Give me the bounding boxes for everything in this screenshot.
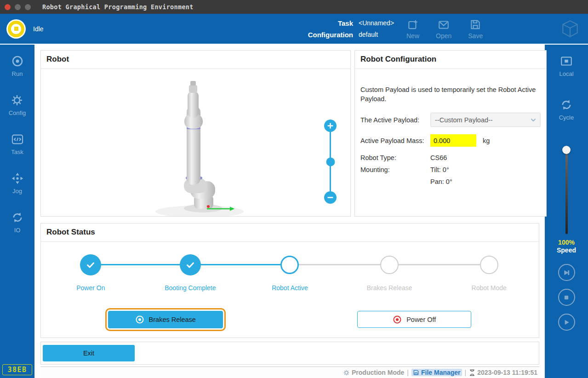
- file-manager-link[interactable]: File Manager: [411, 369, 462, 376]
- app-body: Run Config Task: [0, 45, 588, 378]
- sidebar-item-run[interactable]: Run: [11, 55, 24, 77]
- plus-icon: [327, 122, 334, 129]
- task-label: Task: [303, 19, 353, 27]
- file-manager-label: File Manager: [421, 369, 461, 376]
- robot-configuration-panel: Robot Configuration Custom Payload is us…: [354, 50, 547, 217]
- app-window: Robot Graphical Programming Environment …: [0, 0, 588, 378]
- config-label: Config: [9, 109, 26, 116]
- payload-mass-unit: kg: [483, 137, 490, 144]
- play-icon: [562, 318, 571, 327]
- mounting-label: Mounting:: [360, 166, 430, 173]
- step-power-on: Power On: [41, 254, 141, 292]
- cycle-label: Cycle: [559, 114, 574, 121]
- robot-state-text: Idle: [33, 25, 44, 33]
- step-run-button[interactable]: [558, 264, 575, 281]
- step-robot-mode-label: Robot Mode: [472, 284, 507, 292]
- payload-mass-label: Active Payload Mass:: [360, 137, 430, 144]
- task-code-icon: [11, 133, 24, 146]
- app-header: Idle Task <Unnamed> Configuration defaul…: [0, 14, 588, 45]
- step-robot-mode: Robot Mode: [439, 254, 539, 292]
- sidebar-item-io[interactable]: IO: [11, 211, 24, 234]
- sidebar-item-cycle[interactable]: Cycle: [559, 98, 574, 121]
- step-power-on-dot: [80, 254, 101, 275]
- speed-value: 100%: [558, 239, 575, 246]
- zoom-out-button[interactable]: [324, 191, 337, 204]
- separator: |: [407, 369, 409, 376]
- brakes-release-label: Brakes Release: [149, 316, 196, 323]
- window-maximize-button[interactable]: [25, 4, 31, 10]
- step-booting-complete: Booting Complete: [141, 254, 240, 292]
- brakes-release-button[interactable]: Brakes Release: [108, 311, 223, 328]
- minus-icon: [327, 194, 334, 201]
- robot-arm-render: [149, 73, 245, 216]
- exit-row: Exit: [40, 342, 539, 365]
- configuration-value: default: [359, 31, 394, 38]
- robot-type-value: CS66: [430, 154, 447, 161]
- robot-3d-viewport[interactable]: [41, 69, 350, 216]
- status-bar: Production Mode | File Manager |: [40, 367, 539, 378]
- sidebar-item-jog[interactable]: Jog: [11, 172, 24, 195]
- robot-configuration-body: Custom Payload is used to temporarily se…: [355, 69, 546, 196]
- production-mode-status: Production Mode: [343, 369, 404, 376]
- check-icon: [86, 260, 96, 270]
- header-meta: Task <Unnamed> Configuration default: [303, 19, 394, 39]
- play-button[interactable]: [558, 314, 575, 331]
- robot-status-stepper: Power On Booting Complete Robot Active: [41, 254, 539, 292]
- step-booting-complete-dot: [180, 254, 201, 275]
- new-icon: [407, 18, 419, 30]
- stop-button[interactable]: [558, 289, 575, 306]
- window-minimize-button[interactable]: [15, 4, 21, 10]
- robot-status-title: Robot Status: [41, 223, 539, 242]
- step-brakes-release-label: Brakes Release: [367, 284, 412, 292]
- step-robot-active: Robot Active: [240, 254, 340, 292]
- step-robot-mode-dot: [480, 256, 498, 274]
- robot-panel-title: Robot: [41, 51, 350, 69]
- window-title: Robot Graphical Programming Environment: [42, 3, 194, 11]
- mounting-row: Mounting: Tilt: 0°: [360, 166, 541, 173]
- save-button[interactable]: Save: [468, 18, 483, 39]
- power-off-button[interactable]: Power Off: [357, 311, 471, 328]
- open-button[interactable]: Open: [436, 18, 451, 39]
- active-payload-select[interactable]: --Custom Payload--: [430, 113, 541, 127]
- timestamp: 2023-09-13 11:19:51: [469, 369, 537, 376]
- active-payload-row: The Active Payload: --Custom Payload--: [360, 113, 541, 127]
- power-off-target-icon: [393, 315, 402, 324]
- mounting-tilt-value: Tilt: 0°: [430, 166, 449, 173]
- zoom-handle[interactable]: [326, 157, 335, 166]
- window-close-button[interactable]: [5, 4, 11, 10]
- payload-description: Custom Payload is used to temporarily se…: [360, 86, 541, 103]
- zoom-track[interactable]: [330, 132, 331, 191]
- clock-icon: [469, 369, 475, 376]
- speed-slider-handle[interactable]: [562, 146, 571, 154]
- sidebar-item-task[interactable]: Task: [11, 133, 24, 155]
- zoom-control: [324, 120, 337, 204]
- local-label: Local: [559, 70, 573, 77]
- payload-mass-input[interactable]: [430, 134, 476, 147]
- robot-panel: Robot: [40, 50, 351, 217]
- exit-button[interactable]: Exit: [43, 345, 135, 361]
- speed-slider-track[interactable]: [565, 147, 568, 234]
- right-sidebar: Local Cycle 100% Speed: [545, 45, 588, 378]
- transport-controls: [558, 264, 575, 331]
- io-sync-icon: [11, 211, 24, 224]
- jog-arrows-icon: [11, 172, 24, 185]
- left-sidebar: Run Config Task: [0, 45, 34, 378]
- separator: |: [465, 369, 467, 376]
- zoom-in-button[interactable]: [324, 120, 337, 132]
- play-to-end-icon: [562, 268, 571, 277]
- config-icon: [11, 94, 23, 107]
- production-mode-icon: [343, 369, 350, 376]
- sidebar-item-config[interactable]: Config: [9, 94, 26, 116]
- timestamp-value: 2023-09-13 11:19:51: [477, 369, 537, 376]
- sidebar-item-local[interactable]: Local: [559, 56, 573, 77]
- io-label: IO: [14, 227, 21, 234]
- robot-status-panel: Robot Status Power On: [40, 223, 539, 338]
- run-icon: [11, 55, 24, 68]
- cycle-icon: [560, 98, 573, 111]
- speed-label: Speed: [557, 246, 576, 254]
- robot-configuration-title: Robot Configuration: [355, 51, 546, 69]
- logo-core-icon: [14, 27, 18, 31]
- speed-slider[interactable]: [565, 147, 568, 234]
- check-icon: [185, 260, 195, 270]
- new-button[interactable]: New: [406, 18, 419, 39]
